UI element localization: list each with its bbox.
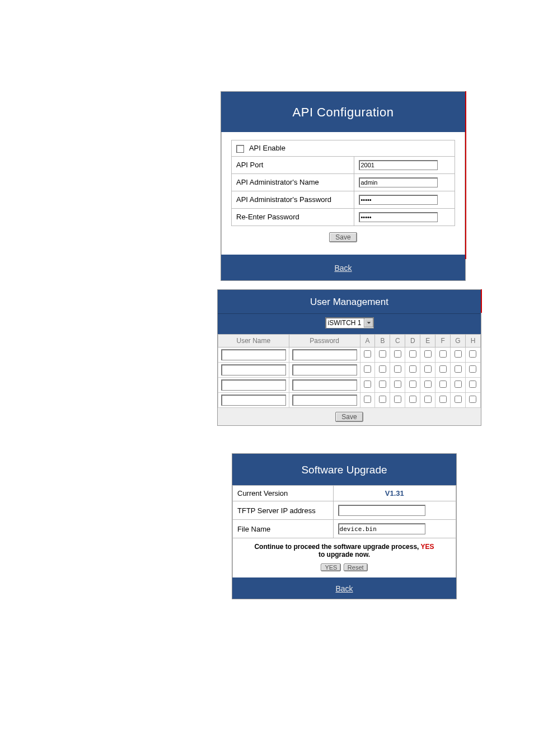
col-e: E <box>420 335 435 348</box>
api-save-button[interactable]: Save <box>329 232 357 242</box>
perm-checkbox[interactable] <box>424 365 432 373</box>
col-pass: Password <box>289 335 360 348</box>
table-row <box>218 363 481 378</box>
password-input[interactable] <box>292 379 357 391</box>
perm-checkbox[interactable] <box>379 396 386 403</box>
api-port-label: API Port <box>232 156 354 173</box>
table-row <box>218 393 481 408</box>
perm-checkbox[interactable] <box>409 365 416 373</box>
perm-checkbox[interactable] <box>364 381 371 388</box>
tftp-label: TFTP Server IP address <box>233 501 334 520</box>
api-admin-name-label: API Administrator's Name <box>232 173 354 191</box>
col-user: User Name <box>218 335 289 348</box>
perm-checkbox[interactable] <box>469 396 476 403</box>
perm-checkbox[interactable] <box>424 350 432 358</box>
api-enable-checkbox[interactable] <box>236 145 244 153</box>
perm-checkbox[interactable] <box>439 350 447 358</box>
upgrade-note-a: Continue to proceed the software upgrade… <box>254 543 420 551</box>
software-upgrade-table: Current Version V1.31 TFTP Server IP add… <box>232 485 456 538</box>
cur-ver-value: V1.31 <box>333 486 456 501</box>
user-name-input[interactable] <box>221 349 286 360</box>
user-name-input[interactable] <box>221 364 286 375</box>
perm-checkbox[interactable] <box>409 381 416 388</box>
file-name-label: File Name <box>233 520 334 538</box>
perm-checkbox[interactable] <box>394 350 401 358</box>
user-name-input[interactable] <box>221 395 286 406</box>
perm-checkbox[interactable] <box>439 396 447 403</box>
reset-button[interactable]: Reset <box>344 564 368 571</box>
perm-checkbox[interactable] <box>409 350 416 358</box>
perm-checkbox[interactable] <box>469 365 476 373</box>
perm-checkbox[interactable] <box>455 381 462 388</box>
upgrade-note-b: to upgrade now. <box>318 551 370 558</box>
user-mgmt-header: User Management <box>218 290 481 313</box>
password-input[interactable] <box>292 364 357 375</box>
user-mgmt-selector-row: iSWITCH 1 <box>218 313 481 334</box>
user-mgmt-select-value: iSWITCH 1 <box>328 319 362 327</box>
col-d: D <box>405 335 420 348</box>
api-repass-label: Re-Enter Password <box>232 208 354 226</box>
perm-checkbox[interactable] <box>379 365 386 373</box>
perm-checkbox[interactable] <box>379 381 386 388</box>
perm-checkbox[interactable] <box>394 381 401 388</box>
perm-checkbox[interactable] <box>439 365 447 373</box>
perm-checkbox[interactable] <box>439 381 447 388</box>
upgrade-note-yes: YES <box>421 543 434 551</box>
password-input[interactable] <box>292 395 357 406</box>
perm-checkbox[interactable] <box>379 350 386 358</box>
table-row <box>218 348 481 363</box>
api-admin-name-input[interactable] <box>359 177 438 187</box>
table-row <box>218 378 481 393</box>
perm-checkbox[interactable] <box>364 350 371 358</box>
perm-checkbox[interactable] <box>455 365 462 373</box>
user-mgmt-table: User Name Password A B C D E F G H <box>218 334 481 408</box>
perm-checkbox[interactable] <box>455 396 462 403</box>
api-repass-input[interactable] <box>359 212 438 222</box>
cur-ver-label: Current Version <box>233 486 334 501</box>
col-b: B <box>375 335 390 348</box>
software-upgrade-header: Software Upgrade <box>232 454 456 485</box>
perm-checkbox[interactable] <box>469 381 476 388</box>
perm-checkbox[interactable] <box>469 350 476 358</box>
file-name-input[interactable] <box>338 523 425 534</box>
perm-checkbox[interactable] <box>424 381 432 388</box>
perm-checkbox[interactable] <box>409 396 416 403</box>
perm-checkbox[interactable] <box>394 365 401 373</box>
upgrade-note: Continue to proceed the software upgrade… <box>232 538 456 562</box>
perm-checkbox[interactable] <box>364 396 371 403</box>
tftp-input[interactable] <box>338 505 425 516</box>
perm-checkbox[interactable] <box>455 350 462 358</box>
api-enable-row: API Enable <box>232 140 455 157</box>
su-back-link[interactable]: Back <box>232 577 456 599</box>
col-h: H <box>465 335 480 348</box>
password-input[interactable] <box>292 349 357 360</box>
user-mgmt-header-row: User Name Password A B C D E F G H <box>218 335 481 348</box>
api-config-header: API Configuration <box>221 92 465 132</box>
user-mgmt-select[interactable]: iSWITCH 1 <box>325 317 374 328</box>
api-enable-label: API Enable <box>249 144 285 152</box>
api-back-link[interactable]: Back <box>221 255 465 280</box>
api-config-table: API Enable API Port API Administrator's … <box>231 140 455 226</box>
chevron-down-icon <box>364 318 373 327</box>
api-config-body: API Enable API Port API Administrator's … <box>221 132 465 255</box>
api-admin-pass-input[interactable] <box>359 195 438 205</box>
col-g: G <box>451 335 466 348</box>
um-save-button[interactable]: Save <box>335 412 363 422</box>
perm-checkbox[interactable] <box>394 396 401 403</box>
perm-checkbox[interactable] <box>424 396 432 403</box>
col-c: C <box>390 335 405 348</box>
user-name-input[interactable] <box>221 379 286 391</box>
col-a: A <box>360 335 375 348</box>
col-f: F <box>435 335 451 348</box>
yes-button[interactable]: YES <box>321 564 341 571</box>
api-admin-pass-label: API Administrator's Password <box>232 191 354 208</box>
api-port-input[interactable] <box>359 160 438 170</box>
perm-checkbox[interactable] <box>364 365 371 373</box>
